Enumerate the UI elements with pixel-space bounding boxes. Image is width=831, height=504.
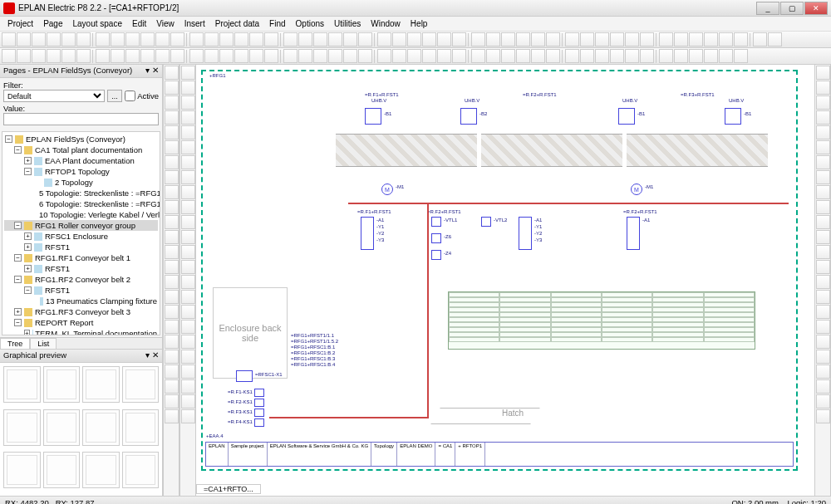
toolbar-button[interactable] bbox=[140, 32, 155, 46]
tool-button[interactable] bbox=[165, 290, 179, 304]
menu-utilities[interactable]: Utilities bbox=[330, 18, 365, 29]
menu-view[interactable]: View bbox=[152, 18, 179, 29]
preview-grid[interactable] bbox=[0, 363, 162, 496]
tool-button[interactable] bbox=[181, 409, 195, 423]
device-box[interactable] bbox=[627, 217, 640, 250]
collapse-icon[interactable]: − bbox=[24, 286, 32, 294]
toolbar-button[interactable] bbox=[328, 32, 342, 46]
tree-item[interactable]: −RFTOP1 Topology bbox=[4, 166, 158, 177]
toolbar-button[interactable] bbox=[501, 49, 515, 63]
device-box[interactable] bbox=[519, 217, 532, 250]
collapse-icon[interactable]: − bbox=[5, 135, 12, 143]
tool-button[interactable] bbox=[165, 110, 179, 125]
device-box[interactable] bbox=[618, 108, 635, 125]
motor-icon[interactable]: M bbox=[381, 183, 393, 195]
tool-button[interactable] bbox=[165, 379, 179, 394]
toolbar-button[interactable] bbox=[753, 32, 767, 46]
toolbar-button[interactable] bbox=[264, 49, 278, 63]
tree-item[interactable]: −CA1 Total plant documentation bbox=[4, 144, 158, 155]
toolbar-button[interactable] bbox=[719, 32, 733, 46]
toolbar-button[interactable] bbox=[219, 32, 234, 46]
tool-button[interactable] bbox=[181, 394, 195, 409]
toolbar-button[interactable] bbox=[32, 49, 46, 63]
tool-button[interactable] bbox=[165, 230, 179, 244]
menu-window[interactable]: Window bbox=[366, 18, 405, 29]
menu-help[interactable]: Help bbox=[406, 18, 432, 29]
tool-button[interactable] bbox=[181, 155, 195, 169]
preview-thumbnail[interactable] bbox=[122, 409, 160, 446]
toolbar-button[interactable] bbox=[111, 32, 125, 46]
toolbar-button[interactable] bbox=[546, 32, 560, 46]
toolbar-button[interactable] bbox=[486, 32, 500, 46]
tool-button[interactable] bbox=[165, 215, 179, 229]
toolbar-button[interactable] bbox=[610, 49, 624, 63]
drawing-canvas[interactable]: +RFG1 =R.F1+R.FST1 =R.F2+R.FST1 =R.F3+R.… bbox=[196, 65, 814, 496]
collapse-icon[interactable]: − bbox=[14, 276, 22, 283]
toolbar-button[interactable] bbox=[377, 32, 391, 46]
device-box[interactable] bbox=[254, 399, 264, 407]
toolbar-button[interactable] bbox=[565, 49, 579, 63]
toolbar-button[interactable] bbox=[2, 32, 16, 46]
tool-button[interactable] bbox=[165, 409, 179, 423]
toolbar-button[interactable] bbox=[298, 32, 312, 46]
toolbar-button[interactable] bbox=[358, 49, 372, 63]
toolbar-button[interactable] bbox=[659, 32, 673, 46]
menu-insert[interactable]: Insert bbox=[180, 18, 209, 29]
toolbar-button[interactable] bbox=[170, 49, 184, 63]
toolbar-button[interactable] bbox=[546, 49, 560, 63]
tool-button[interactable] bbox=[165, 125, 179, 139]
toolbar-button[interactable] bbox=[234, 49, 248, 63]
toolbar-button[interactable] bbox=[392, 32, 406, 46]
tool-button[interactable] bbox=[816, 245, 830, 259]
tool-button[interactable] bbox=[816, 110, 830, 125]
tool-button[interactable] bbox=[816, 290, 830, 304]
device-box[interactable] bbox=[431, 250, 441, 260]
toolbar-button[interactable] bbox=[2, 49, 16, 63]
menu-layout-space[interactable]: Layout space bbox=[68, 18, 126, 29]
tool-button[interactable] bbox=[181, 245, 195, 259]
tool-button[interactable] bbox=[816, 394, 830, 409]
toolbar-button[interactable] bbox=[486, 49, 500, 63]
toolbar-button[interactable] bbox=[452, 49, 466, 63]
tool-button[interactable] bbox=[181, 125, 195, 139]
device-box[interactable] bbox=[481, 217, 491, 227]
tool-button[interactable] bbox=[816, 230, 830, 244]
tool-button[interactable] bbox=[181, 95, 195, 110]
toolbar-button[interactable] bbox=[674, 49, 688, 63]
tool-button[interactable] bbox=[816, 215, 830, 229]
tree-item[interactable]: −RFG1.RF1 Conveyor belt 1 bbox=[4, 252, 158, 263]
toolbar-button[interactable] bbox=[298, 49, 312, 63]
device-box[interactable] bbox=[431, 217, 441, 227]
toolbar-button[interactable] bbox=[264, 32, 278, 46]
tool-button[interactable] bbox=[181, 260, 195, 274]
toolbar-button[interactable] bbox=[516, 49, 530, 63]
page-tab[interactable]: =CA1+RFTO... bbox=[196, 484, 261, 494]
toolbar-button[interactable] bbox=[249, 49, 263, 63]
tool-button[interactable] bbox=[165, 81, 179, 95]
toolbar-button[interactable] bbox=[422, 49, 436, 63]
minimize-button[interactable]: _ bbox=[756, 2, 779, 15]
tool-button[interactable] bbox=[816, 200, 830, 214]
tree-item[interactable]: −RFST1 bbox=[4, 285, 158, 296]
tool-button[interactable] bbox=[181, 365, 195, 379]
tool-button[interactable] bbox=[165, 66, 179, 80]
expand-icon[interactable]: + bbox=[24, 265, 32, 272]
toolbar-button[interactable] bbox=[437, 49, 451, 63]
tool-button[interactable] bbox=[816, 66, 830, 80]
device-box[interactable] bbox=[254, 409, 264, 417]
page-tree[interactable]: −EPLAN FieldSys (Conveyor)−CA1 Total pla… bbox=[2, 131, 160, 335]
tool-button[interactable] bbox=[816, 140, 830, 154]
expand-icon[interactable]: + bbox=[24, 232, 32, 240]
tool-button[interactable] bbox=[165, 275, 179, 289]
toolbar-button[interactable] bbox=[234, 32, 248, 46]
expand-icon[interactable]: + bbox=[24, 157, 32, 164]
panel-pin-icon[interactable]: ▾ ✕ bbox=[145, 66, 159, 76]
device-box[interactable] bbox=[361, 217, 374, 250]
tool-button[interactable] bbox=[165, 365, 179, 379]
tree-item[interactable]: −REPORT Report bbox=[4, 317, 158, 328]
maximize-button[interactable]: ▢ bbox=[780, 2, 804, 15]
toolbar-button[interactable] bbox=[61, 32, 76, 46]
toolbar-button[interactable] bbox=[96, 32, 110, 46]
preview-thumbnail[interactable] bbox=[122, 366, 160, 403]
toolbar-button[interactable] bbox=[204, 49, 219, 63]
